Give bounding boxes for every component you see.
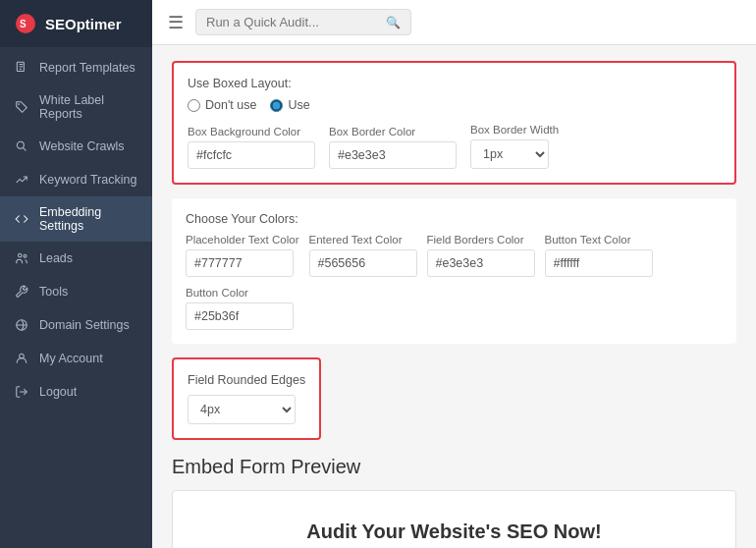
tool-icon (14, 284, 29, 300)
tag-icon (14, 99, 29, 115)
colors-row: Placeholder Text Color Entered Text Colo… (186, 234, 723, 330)
logo-text: SEOptimer (45, 16, 122, 32)
field-borders-field: Field Borders Color (427, 234, 535, 277)
search-input[interactable] (206, 15, 380, 29)
sidebar-item-logout[interactable]: Logout (0, 375, 152, 409)
logo-icon: S (14, 12, 37, 35)
sidebar-item-label: My Account (39, 352, 103, 365)
border-width-field: Box Border Width 1px 2px 3px (470, 124, 559, 169)
entered-text-field: Entered Text Color (309, 234, 417, 277)
sidebar-item-label: Domain Settings (39, 318, 130, 332)
svg-point-5 (19, 253, 23, 257)
sidebar-item-keyword-tracking[interactable]: Keyword Tracking (0, 163, 152, 196)
preview-title: Embed Form Preview (172, 456, 736, 478)
sidebar-item-leads[interactable]: Leads (0, 242, 152, 275)
user-icon (14, 351, 29, 366)
hamburger-menu[interactable]: ☰ (168, 14, 184, 31)
code-icon (14, 211, 29, 227)
search-icon: 🔍 (386, 16, 401, 29)
rounded-edges-label: Field Rounded Edges (188, 373, 305, 387)
trending-icon (14, 172, 29, 188)
boxed-layout-section: Use Boxed Layout: Don't use Use Box Back… (172, 61, 736, 185)
sidebar-item-label: Tools (39, 285, 68, 299)
users-icon (14, 250, 29, 266)
colors-label: Choose Your Colors: (186, 212, 723, 226)
colors-section: Choose Your Colors: Placeholder Text Col… (172, 198, 736, 344)
svg-point-6 (24, 254, 27, 257)
svg-text:S: S (20, 19, 27, 29)
sidebar-item-white-label-reports[interactable]: White Label Reports (0, 84, 152, 130)
sidebar: S SEOptimer Report Templates White Label… (0, 0, 152, 548)
svg-point-3 (18, 103, 20, 105)
field-borders-label: Field Borders Color (427, 234, 535, 246)
radio-dont-use-label: Don't use (205, 98, 256, 112)
border-width-label: Box Border Width (470, 124, 559, 136)
topbar: ☰ 🔍 (152, 0, 756, 45)
radio-use-label: Use (288, 98, 309, 112)
entered-text-label: Entered Text Color (309, 234, 417, 246)
sidebar-item-label: Website Crawls (39, 139, 125, 153)
button-color-field: Button Color (186, 287, 294, 330)
sidebar-item-label: Keyword Tracking (39, 173, 136, 187)
sidebar-nav: Report Templates White Label Reports Web… (0, 47, 152, 548)
search-bar: 🔍 (195, 9, 411, 35)
sidebar-item-my-account[interactable]: My Account (0, 342, 152, 375)
boxed-field-row: Box Background Color Box Border Color Bo… (188, 124, 721, 169)
sidebar-item-label: Leads (39, 251, 73, 265)
radio-use[interactable]: Use (270, 98, 309, 112)
border-color-field: Box Border Color (329, 126, 457, 169)
sidebar-item-website-crawls[interactable]: Website Crawls (0, 130, 152, 163)
sidebar-item-label: White Label Reports (39, 93, 138, 121)
boxed-layout-label: Use Boxed Layout: (188, 77, 721, 90)
placeholder-text-label: Placeholder Text Color (186, 234, 299, 246)
sidebar-item-tools[interactable]: Tools (0, 275, 152, 308)
border-color-label: Box Border Color (329, 126, 457, 137)
border-width-select[interactable]: 1px 2px 3px (470, 139, 549, 169)
entered-text-input[interactable] (309, 249, 417, 277)
sidebar-item-label: Report Templates (39, 61, 135, 75)
rounded-edges-select[interactable]: 0px 2px 4px 6px 8px 10px (188, 395, 296, 424)
field-borders-input[interactable] (427, 249, 535, 277)
search-icon (14, 138, 29, 154)
globe-icon (14, 317, 29, 333)
radio-dont-use[interactable]: Don't use (188, 98, 256, 112)
sidebar-item-label: Embedding Settings (39, 205, 138, 233)
bg-color-label: Box Background Color (188, 126, 315, 137)
radio-row: Don't use Use (188, 98, 721, 112)
sidebar-item-embedding-settings[interactable]: Embedding Settings (0, 196, 152, 242)
sidebar-item-report-templates[interactable]: Report Templates (0, 51, 152, 84)
sidebar-logo: S SEOptimer (0, 0, 152, 47)
button-text-field: Button Text Color (545, 234, 653, 277)
sidebar-item-domain-settings[interactable]: Domain Settings (0, 308, 152, 342)
main-content: ☰ 🔍 Use Boxed Layout: Don't use Use (152, 0, 756, 548)
preview-heading: Audit Your Website's SEO Now! (192, 521, 716, 543)
button-text-label: Button Text Color (545, 234, 653, 246)
svg-point-4 (17, 141, 24, 148)
radio-dont-use-input[interactable] (188, 99, 200, 112)
button-text-input[interactable] (545, 249, 653, 277)
placeholder-text-input[interactable] (186, 249, 294, 277)
button-color-label: Button Color (186, 287, 294, 299)
file-icon (14, 60, 29, 76)
placeholder-text-field: Placeholder Text Color (186, 234, 299, 277)
bg-color-field: Box Background Color (188, 126, 315, 169)
border-color-input[interactable] (329, 141, 457, 169)
content-area: Use Boxed Layout: Don't use Use Box Back… (152, 45, 756, 548)
button-color-input[interactable] (186, 302, 294, 330)
sidebar-item-label: Logout (39, 385, 77, 399)
preview-box: Audit Your Website's SEO Now! Enter the … (172, 490, 736, 548)
bg-color-input[interactable] (188, 141, 315, 169)
rounded-edges-section: Field Rounded Edges 0px 2px 4px 6px 8px … (172, 357, 321, 440)
radio-use-input[interactable] (270, 99, 283, 112)
logout-icon (14, 384, 29, 400)
